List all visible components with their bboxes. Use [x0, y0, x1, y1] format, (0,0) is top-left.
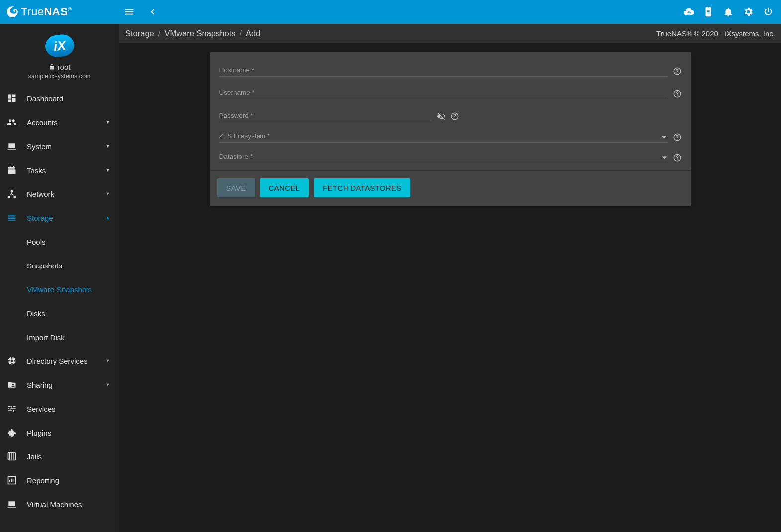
- username-input[interactable]: [219, 86, 668, 99]
- help-icon[interactable]: [673, 153, 682, 162]
- nav-label: Dashboard: [27, 94, 112, 103]
- svg-point-16: [677, 139, 678, 140]
- nav-storage-pools[interactable]: Pools: [0, 230, 119, 254]
- datastore-row: Datastore *: [219, 152, 682, 163]
- nav-label: VMware-Snapshots: [27, 285, 112, 294]
- save-button[interactable]: SAVE: [217, 178, 255, 197]
- nav-label: Jails: [27, 452, 112, 461]
- power-icon: [763, 6, 774, 17]
- ha-status-button[interactable]: HA: [679, 2, 698, 22]
- product-name: TrueNAS®: [21, 5, 72, 18]
- notifications-button[interactable]: [718, 2, 738, 22]
- help-icon[interactable]: [450, 112, 459, 121]
- calendar-icon: [7, 165, 17, 175]
- zfs-select[interactable]: ZFS Filesystem *: [219, 131, 668, 143]
- datastore-select[interactable]: Datastore *: [219, 152, 668, 163]
- chevron-down-icon: ▼: [104, 382, 112, 387]
- cancel-button[interactable]: CANCEL: [260, 178, 309, 197]
- nav-storage-import-disk[interactable]: Import Disk: [0, 325, 119, 349]
- nav-label: Sharing: [27, 381, 94, 389]
- laptop-icon: [7, 141, 17, 151]
- ix-logo: iX: [44, 33, 75, 58]
- field-label: ZFS Filesystem *: [219, 132, 270, 140]
- breadcrumb-sep: /: [158, 29, 161, 38]
- hostname-input[interactable]: [219, 63, 668, 77]
- chevron-down-icon: ▼: [104, 191, 112, 196]
- nav-plugins[interactable]: Plugins: [0, 421, 119, 444]
- breadcrumb-item[interactable]: Storage: [125, 29, 154, 38]
- nav-label: Reporting: [27, 476, 112, 485]
- svg-point-10: [677, 73, 678, 74]
- nav-accounts[interactable]: Accounts ▼: [0, 110, 119, 134]
- clipboard-button[interactable]: [698, 2, 718, 22]
- svg-point-2: [11, 360, 13, 362]
- fetch-datastores-button[interactable]: FETCH DATASTORES: [314, 178, 410, 197]
- svg-point-4: [11, 363, 12, 364]
- chart-icon: [7, 475, 17, 485]
- nav-system[interactable]: System ▼: [0, 134, 119, 158]
- nav-jails[interactable]: Jails: [0, 444, 119, 468]
- nav-label: Snapshots: [27, 262, 112, 270]
- ha-cloud-icon: HA: [683, 6, 694, 18]
- svg-point-5: [8, 360, 10, 361]
- product-logo: TrueNAS®: [0, 0, 119, 24]
- nav-virtual-machines[interactable]: Virtual Machines: [0, 492, 119, 516]
- chevron-down-icon: ▼: [104, 144, 112, 149]
- nav-sharing[interactable]: Sharing ▼: [0, 373, 119, 397]
- nav-network[interactable]: Network ▼: [0, 182, 119, 206]
- bell-icon: [723, 6, 734, 17]
- zfs-row: ZFS Filesystem *: [219, 131, 682, 143]
- chevron-down-icon: ▼: [104, 120, 112, 125]
- visibility-off-icon[interactable]: [436, 111, 446, 121]
- nav-storage[interactable]: Storage ▲: [0, 206, 119, 230]
- nav-label: System: [27, 142, 94, 151]
- tune-icon: [7, 404, 17, 414]
- copyright: TrueNAS® © 2020 - iXsystems, Inc.: [656, 29, 775, 38]
- help-icon[interactable]: [673, 133, 682, 142]
- nav-storage-snapshots[interactable]: Snapshots: [0, 254, 119, 277]
- nav-directory-services[interactable]: Directory Services ▼: [0, 349, 119, 373]
- hamburger-icon: [124, 6, 135, 17]
- username-field: Username *: [219, 86, 668, 99]
- nav-dashboard[interactable]: Dashboard: [0, 87, 119, 110]
- nav-label: Plugins: [27, 429, 112, 437]
- network-icon: [7, 189, 17, 199]
- chevron-left-icon: [147, 6, 158, 17]
- help-icon[interactable]: [673, 89, 682, 98]
- nav-label: Virtual Machines: [27, 500, 112, 509]
- nav-label: Tasks: [27, 166, 94, 175]
- nav-tasks[interactable]: Tasks ▼: [0, 158, 119, 182]
- nav-storage-vmware-snapshots[interactable]: VMware-Snapshots: [0, 277, 119, 301]
- nav-label: Accounts: [27, 118, 94, 127]
- laptop-icon: [7, 499, 17, 509]
- breadcrumb-sep: /: [239, 29, 242, 38]
- breadcrumb-item[interactable]: VMware Snapshots: [164, 29, 235, 38]
- settings-button[interactable]: [738, 2, 758, 22]
- chevron-down-icon: ▼: [104, 168, 112, 173]
- nav-storage-disks[interactable]: Disks: [0, 301, 119, 325]
- nav-reporting[interactable]: Reporting: [0, 468, 119, 492]
- page-body: Hostname * Username *: [119, 43, 781, 532]
- brand-block: iX root sample.ixsystems.com: [0, 24, 119, 87]
- menu-toggle-button[interactable]: [119, 2, 139, 22]
- datastore-field: Datastore *: [219, 152, 668, 163]
- topbar-left-controls: [119, 2, 162, 22]
- folder-shared-icon: [7, 380, 17, 390]
- nav-label: Services: [27, 405, 112, 413]
- hostname-label: sample.ixsystems.com: [28, 73, 91, 80]
- help-icon[interactable]: [673, 67, 682, 76]
- lock-icon: [49, 64, 55, 70]
- svg-point-14: [455, 118, 456, 119]
- form-card: Hostname * Username *: [210, 52, 691, 206]
- topbar: TrueNAS® HA: [0, 0, 781, 24]
- password-row: Password *: [219, 108, 682, 122]
- svg-point-12: [677, 95, 678, 96]
- password-input[interactable]: [219, 108, 432, 122]
- content: Storage / VMware Snapshots / Add TrueNAS…: [119, 24, 781, 532]
- extension-icon: [7, 428, 17, 438]
- power-button[interactable]: [758, 2, 778, 22]
- hostname-field: Hostname *: [219, 63, 668, 77]
- nav-services[interactable]: Services: [0, 397, 119, 421]
- clipboard-icon: [703, 6, 714, 17]
- back-button[interactable]: [142, 2, 162, 22]
